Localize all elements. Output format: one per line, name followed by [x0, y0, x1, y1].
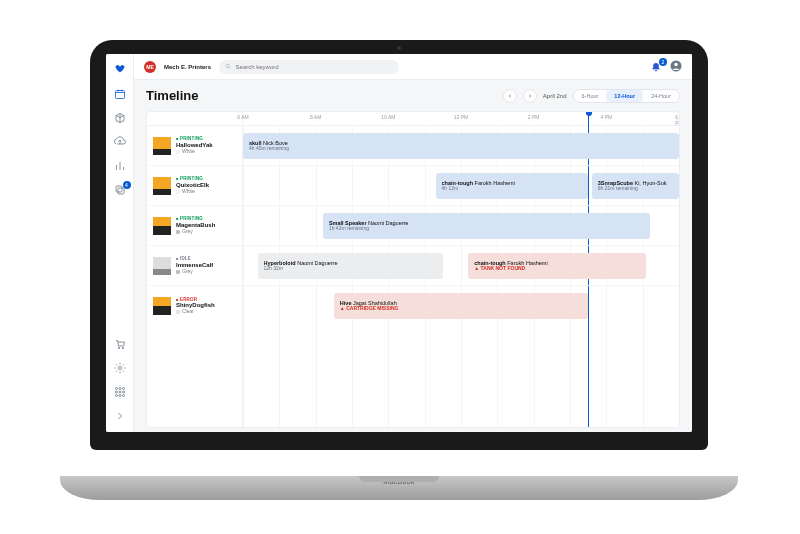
svg-point-10: [119, 391, 121, 393]
job-subtitle: 4h 12m: [442, 186, 583, 192]
search-icon: [225, 63, 232, 70]
job-subtitle: ▲ CARTRIDGE MISSING: [340, 306, 582, 312]
job-bar[interactable]: Hyperboloid Naomi Daguerre12h 32m: [258, 253, 443, 279]
hour-label: 10 AM: [381, 114, 395, 120]
printer-meta: PRINTINGMagentaBushGrey: [176, 216, 215, 234]
hour-label: 8 AM: [310, 114, 321, 120]
main: ME Mech E. Printers 2: [134, 54, 692, 432]
hour-header: 6 AM8 AM10 AM12 PM2 PM4 PM6 PM: [243, 112, 679, 126]
hour-label: 4 PM: [600, 114, 612, 120]
svg-point-14: [122, 395, 124, 397]
svg-point-11: [122, 391, 124, 393]
printer-thumb: [153, 297, 171, 315]
printer-thumb: [153, 217, 171, 235]
range-6-Hour[interactable]: 6-Hour: [574, 90, 607, 102]
printer-thumb: [153, 177, 171, 195]
printer-meta: PRINTINGQuixoticElkWhite: [176, 176, 209, 194]
range-24-Hour[interactable]: 24-Hour: [643, 90, 679, 102]
job-bar[interactable]: chain-tough Farokh Hashemi▲ TANK NOT FOU…: [468, 253, 646, 279]
range-12-Hour[interactable]: 12-Hour: [606, 90, 643, 102]
nav-analytics[interactable]: [114, 160, 126, 172]
nav-collapse[interactable]: [114, 410, 126, 422]
job-bar[interactable]: Hive Jagat Shahidullah▲ CARTRIDGE MISSIN…: [334, 293, 588, 319]
lane-row: Hive Jagat Shahidullah▲ CARTRIDGE MISSIN…: [243, 286, 679, 326]
printer-material: White: [176, 149, 213, 155]
account-button[interactable]: [670, 58, 682, 76]
next-button[interactable]: [523, 89, 537, 103]
job-subtitle: ▲ TANK NOT FOUND: [474, 266, 640, 272]
svg-point-13: [119, 395, 121, 397]
nav-upload[interactable]: [114, 136, 126, 148]
notification-badge: 2: [659, 58, 667, 66]
svg-rect-1: [116, 186, 122, 192]
svg-point-15: [226, 64, 229, 67]
svg-point-17: [674, 62, 678, 66]
svg-rect-0: [115, 91, 124, 99]
printer-row[interactable]: PRINTINGMagentaBushGrey: [147, 206, 242, 246]
printer-thumb: [153, 137, 171, 155]
svg-point-8: [122, 388, 124, 390]
printer-meta: IDLEImmenseCalfGrey: [176, 256, 213, 274]
timeline-lanes: 6 AM8 AM10 AM12 PM2 PM4 PM6 PM skull Nic…: [243, 112, 679, 427]
job-bar[interactable]: chain-tough Farokh Hashemi4h 12m: [436, 173, 589, 199]
lane-row: Small Speaker Naomi Daguerre1h 42m remai…: [243, 206, 679, 246]
job-subtitle: 12h 32m: [264, 266, 437, 272]
job-subtitle: 1h 42m remaining: [329, 226, 644, 232]
range-segment: 6-Hour12-Hour24-Hour: [573, 89, 680, 103]
job-subtitle: 4h 45m remaining: [249, 146, 673, 152]
notifications-button[interactable]: 2: [650, 61, 662, 73]
svg-point-7: [119, 388, 121, 390]
printer-row[interactable]: IDLEImmenseCalfGrey: [147, 246, 242, 286]
printer-meta: ERRORShinyDogfishClear: [176, 297, 215, 315]
sidebar: 4: [106, 54, 134, 432]
search-input[interactable]: [236, 64, 393, 70]
gridline: [679, 126, 680, 427]
printer-material: White: [176, 189, 209, 195]
printer-material: Grey: [176, 229, 215, 235]
search-box[interactable]: [219, 60, 399, 74]
job-bar[interactable]: skull Nick Bove4h 45m remaining: [243, 133, 679, 159]
svg-rect-2: [118, 188, 124, 194]
job-bar[interactable]: Small Speaker Naomi Daguerre1h 42m remai…: [323, 213, 650, 239]
nav-calendar[interactable]: [114, 88, 126, 100]
svg-point-12: [115, 395, 117, 397]
nav-cart[interactable]: [114, 338, 126, 350]
stack-badge: 4: [123, 181, 131, 189]
job-subtitle: 6h 21m remaining: [598, 186, 673, 192]
svg-point-4: [122, 347, 123, 348]
printer-material: Clear: [176, 309, 215, 315]
printers-column: PRINTINGHallowedYakWhitePRINTINGQuixotic…: [147, 112, 243, 427]
content-header: Timeline April 2nd 6-Hour12-Hour24-Hour: [146, 88, 680, 103]
nav-settings[interactable]: [114, 362, 126, 374]
org-name[interactable]: Mech E. Printers: [164, 64, 211, 70]
laptop-base: MacBook: [60, 476, 738, 500]
topbar: ME Mech E. Printers 2: [134, 54, 692, 80]
lane-row: skull Nick Bove4h 45m remaining: [243, 126, 679, 166]
timeline: PRINTINGHallowedYakWhitePRINTINGQuixotic…: [146, 111, 680, 428]
printer-row[interactable]: PRINTINGQuixoticElkWhite: [147, 166, 242, 206]
svg-point-3: [118, 347, 119, 348]
current-date: April 2nd: [543, 93, 567, 99]
lane-row: chain-tough Farokh Hashemi4h 12m3SnrapSc…: [243, 166, 679, 206]
brand-logo: [113, 62, 127, 76]
printer-row[interactable]: ERRORShinyDogfishClear: [147, 286, 242, 326]
printer-thumb: [153, 257, 171, 275]
org-avatar[interactable]: ME: [144, 61, 156, 73]
hour-label: 12 PM: [454, 114, 468, 120]
hour-label: 2 PM: [528, 114, 540, 120]
nav-stack[interactable]: 4: [114, 184, 126, 196]
job-bar[interactable]: 3SnrapScube Ki, Hyon-Suk6h 21m remaining: [592, 173, 679, 199]
printer-row[interactable]: PRINTINGHallowedYakWhite: [147, 126, 242, 166]
nav-apps[interactable]: [114, 386, 126, 398]
prev-button[interactable]: [503, 89, 517, 103]
lane-row: Hyperboloid Naomi Daguerre12h 32mchain-t…: [243, 246, 679, 286]
printer-material: Grey: [176, 269, 213, 275]
svg-point-9: [115, 391, 117, 393]
printer-meta: PRINTINGHallowedYakWhite: [176, 136, 213, 154]
hour-label: 6 PM: [675, 114, 680, 126]
page-title: Timeline: [146, 88, 199, 103]
nav-prints[interactable]: [114, 112, 126, 124]
svg-point-6: [115, 388, 117, 390]
svg-point-5: [118, 367, 121, 370]
hour-label: 6 AM: [237, 114, 248, 120]
